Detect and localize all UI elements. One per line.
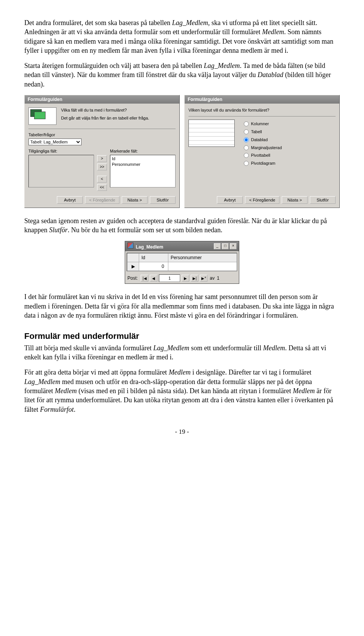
text: . Nu bör du ha ett formulär som ser ut s… [68,226,223,234]
of-total: 1 [217,275,220,281]
miniform-wrap: Lag_Medlem _ □ × Id Personnummer ▶ 0 [24,241,340,284]
wizard-titlebar: Formulärguiden [25,95,179,104]
text-italic: Lag_Medlem [172,19,208,27]
text: i designläge. Därefter tar vi tag i form… [191,368,311,376]
list-item[interactable]: Id [112,156,174,162]
paragraph-3: Stega sedan igenom resten av guiden och … [24,216,340,235]
radio-marginaljusterad[interactable]: Marginaljusterad [244,145,282,151]
wizard-fields: Formulärguiden Vilka fält vill du ta med… [24,95,180,208]
available-label: Tillgängliga fält: [28,148,94,154]
of-label: av [210,275,215,281]
row-selector[interactable]: ▶ [127,262,139,271]
text-italic: Lag_Medlem [24,378,60,386]
text-italic: Medlem [262,28,284,36]
post-label: Post: [127,275,138,281]
text: För att göra detta börjar vi med att öpp… [24,368,169,376]
radio-pivottabell[interactable]: Pivottabell [244,153,282,158]
move-left-button[interactable]: < [97,176,107,183]
text-italic: Medlem [169,368,191,376]
lag-medlem-form: Lag_Medlem _ □ × Id Personnummer ▶ 0 [125,241,239,284]
selected-label: Markerade fält: [110,148,176,154]
paragraph-5: Till att börja med skulle vi använda for… [24,343,340,362]
wizard-layout: Formulärguiden Vilken layout vill du anv… [184,95,340,208]
form-titlebar: Lag_Medlem _ □ × [125,241,239,251]
maximize-button[interactable]: □ [222,243,229,249]
move-right-button[interactable]: > [97,155,107,162]
wizard-question: Vilken layout vill du använda för formul… [188,107,336,113]
text-italic: Slutför [49,226,67,234]
next-button[interactable]: Nästa > [282,196,308,204]
available-listbox[interactable] [28,155,94,187]
cell-id[interactable]: 0 [139,262,168,271]
text: . [74,406,76,413]
text-italic: Datablad [257,71,283,79]
page-number: - 19 - [24,428,340,436]
nav-new-button[interactable]: ▶* [200,275,207,282]
paragraph-1: Det andra formuläret, det som ska basera… [24,18,340,55]
cell-personnummer[interactable] [168,262,237,271]
wizard-screenshots: Formulärguiden Vilka fält vill du ta med… [24,95,340,208]
text-italic: Lag_Medlem [204,62,240,69]
paragraph-2: Starta återigen formulärguiden och välj … [24,61,340,89]
back-button[interactable]: < Föregående [85,196,119,204]
radio-datablad[interactable]: Datablad [244,137,282,143]
text: Starta återigen formulärguiden och välj … [24,62,204,69]
text-italic: Medlem [263,344,285,352]
paragraph-4: I det här formuläret kan vi nu skriva in… [24,292,340,320]
text: som ett underformulär till [189,344,263,352]
nav-current-input[interactable] [159,274,180,282]
cancel-button[interactable]: Avbryt [217,196,243,204]
back-button[interactable]: < Föregående [245,196,279,204]
tables-combo[interactable]: Tabell: Lag_Medlem [28,139,82,145]
text-italic: Medlem [55,387,77,395]
wizard-titlebar: Formulärguiden [185,95,339,104]
wizard-thumb-icon [28,107,56,125]
wizard-question: Vilka fält vill du ta med i formuläret? [61,107,176,113]
text-italic: Lag_Medlem [153,344,189,352]
text: Det andra formuläret, det som ska basera… [24,19,172,27]
selected-listbox[interactable]: Id Personnummer [110,155,176,187]
form-title: Lag_Medlem [136,244,163,250]
text-italic: Formulärfot [40,406,74,413]
nav-first-button[interactable]: |◀ [141,275,148,282]
text: Till att börja med skulle vi använda for… [24,344,153,352]
tables-label: Tabeller/frågor [28,132,176,138]
wizard-subtext: Det går att välja från fler än en tabell… [61,115,176,121]
cancel-button[interactable]: Avbryt [57,196,83,204]
next-button[interactable]: Nästa > [122,196,147,204]
form-icon [127,242,133,249]
radio-pivotdiagram[interactable]: Pivotdiagram [244,161,282,166]
radio-tabell[interactable]: Tabell [244,129,282,135]
minimize-button[interactable]: _ [214,243,221,249]
datasheet-grid[interactable]: Id Personnummer ▶ 0 [127,253,237,271]
list-item[interactable]: Personnummer [112,162,174,167]
radio-kolumner[interactable]: Kolumner [244,121,282,127]
nav-next-button[interactable]: ▶ [182,275,189,282]
heading-underformular: Formulär med underformulär [24,331,340,342]
record-navigator: Post: |◀ ◀ ▶ ▶| ▶* av 1 [125,273,239,283]
nav-last-button[interactable]: ▶| [191,275,198,282]
layout-radios: Kolumner Tabell Datablad Marginaljustera… [241,120,282,166]
text-italic: Medlem [293,387,315,395]
nav-prev-button[interactable]: ◀ [150,275,157,282]
finish-button[interactable]: Slutför [310,196,336,204]
col-id[interactable]: Id [139,253,168,262]
col-personnummer[interactable]: Personnummer [168,253,237,262]
close-button[interactable]: × [230,243,237,249]
paragraph-6: För att göra detta börjar vi med att öpp… [24,368,340,414]
move-all-right-button[interactable]: >> [97,164,107,170]
layout-preview [188,120,235,147]
finish-button[interactable]: Slutför [150,196,176,204]
text: (visas med en pil i bilden på nästa sida… [77,387,293,395]
move-all-left-button[interactable]: << [97,184,107,191]
